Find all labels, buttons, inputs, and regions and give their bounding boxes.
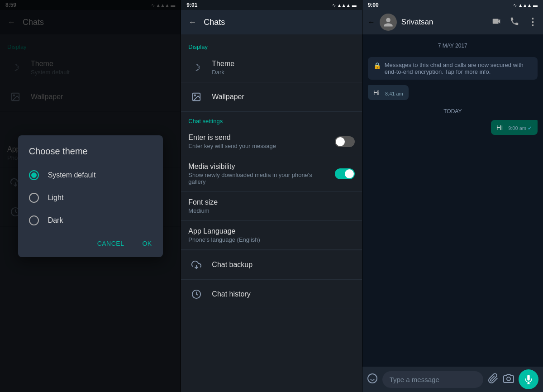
media-visibility-item[interactable]: Media visibility Show newly downloaded m… [181,156,362,192]
status-bar-2: 9:01 ∿ ▲▲▲ ▬ [181,0,362,10]
date-badge: 7 MAY 2017 [368,40,538,52]
theme-icon-2: ☽ [188,59,205,76]
enter-is-send-item[interactable]: Enter is send Enter key will send your m… [181,127,362,156]
camera-icon[interactable] [503,373,514,386]
avatar [380,14,397,31]
svg-point-11 [507,377,510,381]
dialog-overlay: Choose theme System default Light Dark C… [0,0,181,392]
encryption-text: Messages to this chat and calls are now … [385,62,532,75]
cancel-button[interactable]: CANCEL [94,237,128,250]
settings-content-2: Display ☽ Theme Dark Wallpaper Chat sett… [181,34,362,392]
encryption-notice[interactable]: 🔒 Messages to this chat and calls are no… [368,57,538,80]
time-3: 9:00 [368,2,379,8]
choose-theme-dialog: Choose theme System default Light Dark C… [18,135,163,257]
incoming-message-1: Hi 8:41 am [368,85,409,100]
chat-name: Srivatsan [401,18,487,27]
theme-option-light[interactable]: Light [18,186,163,209]
media-visibility-title: Media visibility [188,163,327,171]
status-bar-3: 9:00 ∿ ▲▲▲ ▬ [362,0,543,10]
theme-option-dark[interactable]: Dark [18,209,163,232]
media-visibility-knob [345,169,354,178]
signal-icon-2: ▲▲▲ [337,3,351,8]
enter-is-send-toggle[interactable] [335,136,355,147]
font-size-title: Font size [188,198,354,206]
chat-messages: 7 MAY 2017 🔒 Messages to this chat and c… [362,34,543,367]
lock-icon: 🔒 [373,62,381,69]
radio-inner-system-default [31,172,37,178]
message-text-2: Hi [496,124,503,131]
wallpaper-title-2: Wallpaper [212,93,354,101]
theme-text-2: Theme Dark [212,60,354,76]
chat-header: ← Srivatsan ⋮ [362,10,543,34]
theme-option-light-label: Light [48,194,64,202]
dialog-title: Choose theme [18,146,163,164]
signal-icon-3: ▲▲▲ [518,3,532,8]
battery-icon-2: ▬ [352,3,357,8]
video-call-icon[interactable] [491,16,501,29]
app-language-subtitle-2: Phone's language (English) [188,236,354,243]
enter-is-send-text: Enter is send Enter key will send your m… [188,134,327,149]
radio-dark [29,215,39,225]
chat-header-icons: ⋮ [491,16,538,29]
theme-option-system-default[interactable]: System default [18,164,163,186]
display-section-label-2: Display [181,38,362,53]
wallpaper-text-2: Wallpaper [212,93,354,101]
mic-button[interactable] [519,369,538,389]
message-input[interactable] [382,371,483,388]
emoji-icon[interactable] [367,373,378,386]
font-size-text: Font size Medium [188,198,354,214]
panel-1-chats-settings: 8:59 ∿ ▲▲▲ ▬ ← Chats Display ☽ Theme Sys… [0,0,181,392]
status-icons-3: ∿ ▲▲▲ ▬ [513,3,538,8]
chat-history-title-2: Chat history [212,290,354,298]
battery-icon-3: ▬ [533,3,538,8]
ok-button[interactable]: OK [138,237,155,250]
panel-2-chats-settings: 9:01 ∿ ▲▲▲ ▬ ← Chats Display ☽ Theme Dar… [181,0,362,392]
message-time-2: 9:00 am ✓ [508,125,532,131]
enter-is-send-title: Enter is send [188,134,327,142]
chat-input-bar [362,367,543,392]
message-text-1: Hi [373,89,380,96]
chat-backup-icon-2 [188,257,205,273]
theme-title-2: Theme [212,60,354,68]
outgoing-message-1: Hi 9:00 am ✓ [491,120,538,135]
theme-subtitle-2: Dark [212,69,354,76]
media-visibility-subtitle: Show newly downloaded media in your phon… [188,172,327,185]
chat-backup-title-2: Chat backup [212,261,354,269]
wallpaper-icon-2 [188,89,205,105]
header-2: ← Chats [181,10,362,34]
theme-item-2[interactable]: ☽ Theme Dark [181,53,362,82]
radio-light [29,193,39,203]
wifi-icon-3: ∿ [513,3,517,8]
app-language-text-2: App Language Phone's language (English) [188,227,354,243]
more-options-icon[interactable]: ⋮ [528,16,538,28]
page-title-2: Chats [204,18,354,27]
attachment-icon[interactable] [488,373,499,386]
message-time-1: 8:41 am [385,91,403,96]
media-visibility-text: Media visibility Show newly downloaded m… [188,163,327,185]
status-icons-2: ∿ ▲▲▲ ▬ [332,3,357,8]
app-language-title-2: App Language [188,227,354,235]
app-language-item-2[interactable]: App Language Phone's language (English) [181,221,362,250]
font-size-item[interactable]: Font size Medium [181,192,362,221]
back-button-2[interactable]: ← [188,18,196,27]
wallpaper-item-2[interactable]: Wallpaper [181,82,362,112]
theme-option-system-default-label: System default [48,171,96,179]
dialog-actions: CANCEL OK [18,232,163,253]
chat-history-text-2: Chat history [212,290,354,298]
chat-settings-section-label: Chat settings [181,112,362,127]
radio-system-default [29,170,39,180]
back-button-3[interactable]: ← [368,18,375,26]
read-receipt-icon: ✓ [528,125,532,131]
chat-history-item-2[interactable]: Chat history [181,280,362,309]
svg-point-8 [368,374,377,383]
svg-point-5 [195,95,196,96]
media-visibility-toggle[interactable] [335,168,355,179]
today-divider: TODAY [368,104,538,116]
chat-backup-text-2: Chat backup [212,261,354,269]
font-size-subtitle: Medium [188,207,354,214]
phone-call-icon[interactable] [510,16,519,29]
chat-backup-item-2[interactable]: Chat backup [181,250,362,280]
enter-is-send-subtitle: Enter key will send your message [188,143,327,149]
enter-is-send-knob [336,137,345,146]
wifi-icon-2: ∿ [332,3,336,8]
